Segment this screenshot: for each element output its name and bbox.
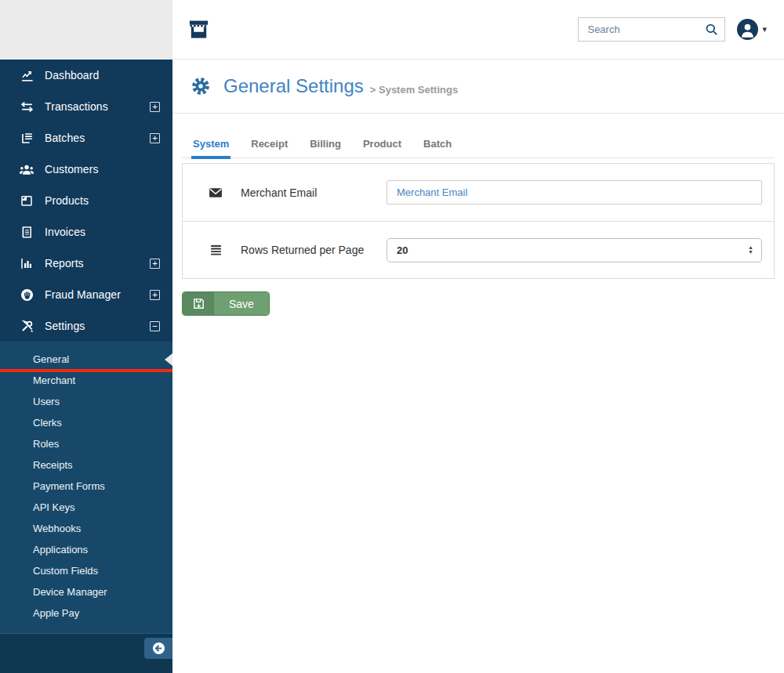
submenu-item-clerks[interactable]: Clerks [0, 412, 172, 433]
submenu-item-apple-pay[interactable]: Apple Pay [0, 602, 172, 624]
field-label: Rows Returned per Page [241, 244, 387, 256]
search-icon[interactable] [704, 22, 719, 37]
save-floppy-icon [183, 292, 214, 315]
sidebar-top-spacer [0, 0, 172, 60]
active-item-arrow-icon [165, 353, 172, 366]
sidebar-item-batches[interactable]: Batches + [0, 122, 172, 154]
submenu-item-roles[interactable]: Roles [0, 433, 172, 454]
expand-plus-icon[interactable]: + [150, 290, 160, 300]
sidebar-item-label: Fraud Manager [45, 288, 121, 301]
search-input[interactable] [578, 17, 725, 42]
sidebar-item-label: Batches [45, 132, 85, 144]
invoices-document-icon [19, 224, 34, 240]
tab-billing[interactable]: Billing [299, 133, 352, 157]
submenu-item-payment-forms[interactable]: Payment Forms [0, 476, 172, 497]
submenu-item-receipts[interactable]: Receipts [0, 454, 172, 476]
reports-barchart-icon [19, 255, 34, 271]
expand-plus-icon[interactable]: + [150, 133, 160, 143]
store-icon[interactable] [187, 17, 211, 42]
rows-per-page-select[interactable]: 20 ▲ ▼ [387, 238, 762, 262]
sidebar-item-customers[interactable]: Customers [0, 154, 172, 185]
field-label: Merchant Email [241, 186, 387, 199]
sidebar-item-dashboard[interactable]: Dashboard [0, 60, 172, 91]
submenu-label: Custom Fields [33, 565, 98, 577]
submenu-label: Applications [33, 544, 88, 555]
envelope-icon [208, 185, 223, 201]
page-title-bar: General Settings > System Settings [172, 60, 784, 114]
save-button-label: Save [214, 292, 269, 315]
expand-plus-icon[interactable]: + [150, 102, 160, 112]
submenu-item-custom-fields[interactable]: Custom Fields [0, 560, 172, 581]
submenu-item-device-manager[interactable]: Device Manager [0, 581, 172, 602]
search-box [578, 17, 725, 42]
sidebar: Dashboard Transactions + Batches + Custo… [0, 0, 172, 673]
submenu-item-users[interactable]: Users [0, 391, 172, 412]
submenu-item-api-keys[interactable]: API Keys [0, 497, 172, 518]
form-row-rows-per-page: Rows Returned per Page 20 ▲ ▼ [183, 221, 774, 278]
submenu-item-general[interactable]: General [0, 349, 172, 370]
form-row-merchant-email: Merchant Email [183, 164, 774, 221]
customers-people-icon [19, 161, 34, 177]
main-content: ▾ General Settings > System Settings Sys… [172, 0, 784, 673]
rows-lines-icon [208, 243, 223, 258]
caret-down-icon[interactable]: ▾ [762, 24, 767, 34]
batches-list-icon [19, 130, 34, 146]
sidebar-item-label: Customers [45, 163, 99, 175]
sidebar-item-label: Settings [45, 320, 85, 332]
settings-tools-icon [19, 318, 34, 334]
sidebar-item-label: Dashboard [45, 69, 99, 81]
submenu-label: Device Manager [33, 586, 107, 598]
sidebar-item-label: Products [45, 194, 89, 207]
submenu-label: Users [33, 396, 60, 407]
submenu-label: Clerks [33, 417, 62, 429]
top-header: ▾ [172, 0, 784, 60]
sidebar-nav: Dashboard Transactions + Batches + Custo… [0, 60, 172, 342]
sidebar-item-invoices[interactable]: Invoices [0, 216, 172, 248]
select-spinner-icon: ▲ ▼ [748, 245, 753, 255]
sidebar-item-label: Transactions [45, 100, 108, 113]
submenu-label: Apple Pay [33, 607, 79, 619]
breadcrumb: > System Settings [370, 84, 458, 96]
sidebar-item-label: Invoices [45, 226, 85, 238]
tab-product[interactable]: Product [352, 133, 412, 157]
expand-plus-icon[interactable]: + [150, 259, 160, 269]
settings-tabs: System Receipt Billing Product Batch [182, 133, 775, 158]
tab-system[interactable]: System [182, 133, 240, 157]
save-button[interactable]: Save [182, 291, 270, 316]
fraud-hand-icon [19, 287, 34, 302]
submenu-label: Roles [33, 438, 59, 450]
submenu-label: API Keys [33, 501, 74, 513]
sidebar-item-reports[interactable]: Reports + [0, 248, 172, 279]
submenu-label: Receipts [33, 459, 73, 471]
dashboard-chart-icon [19, 67, 34, 83]
gear-icon [190, 75, 212, 97]
submenu-label: Merchant [33, 374, 75, 386]
submenu-label: Webhooks [33, 523, 81, 534]
page-title: General Settings [223, 75, 364, 97]
sidebar-item-products[interactable]: Products [0, 185, 172, 216]
sidebar-item-fraud-manager[interactable]: Fraud Manager + [0, 279, 172, 310]
submenu-label: General [33, 353, 69, 365]
settings-form-panel: Merchant Email Rows Returned per Page 20… [182, 163, 775, 279]
sidebar-footer [0, 633, 172, 673]
user-avatar[interactable] [737, 19, 758, 40]
tab-batch[interactable]: Batch [412, 133, 463, 157]
sidebar-item-transactions[interactable]: Transactions + [0, 91, 172, 122]
collapse-left-arrow-icon [151, 641, 166, 656]
submenu-item-applications[interactable]: Applications [0, 539, 172, 560]
sidebar-collapse-button[interactable] [144, 638, 172, 659]
merchant-email-input[interactable] [387, 180, 762, 204]
submenu-label: Payment Forms [33, 480, 105, 492]
submenu-item-merchant[interactable]: Merchant [0, 370, 172, 391]
products-box-icon [19, 193, 34, 208]
tab-receipt[interactable]: Receipt [240, 133, 299, 157]
submenu-item-webhooks[interactable]: Webhooks [0, 518, 172, 539]
settings-submenu: General Merchant Users Clerks Roles Rece… [0, 342, 172, 633]
select-value: 20 [397, 244, 408, 256]
expand-minus-icon[interactable]: − [150, 321, 160, 331]
sidebar-item-settings[interactable]: Settings − [0, 310, 172, 342]
sidebar-item-label: Reports [45, 257, 84, 270]
transactions-arrows-icon [19, 99, 34, 114]
